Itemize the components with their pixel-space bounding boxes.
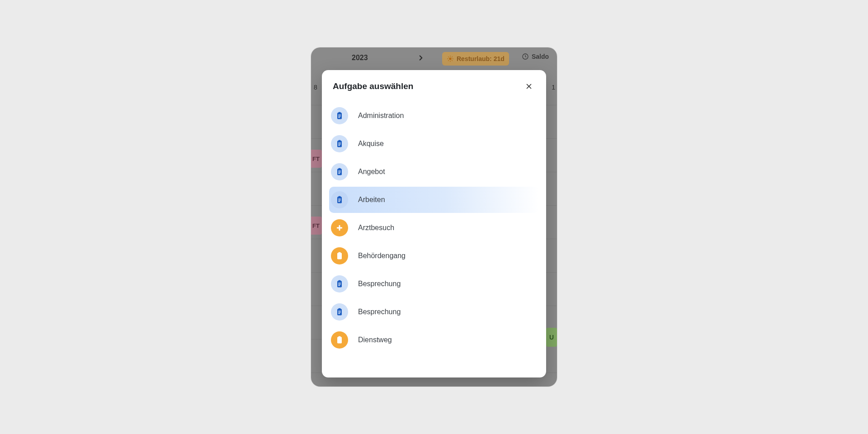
close-button[interactable] xyxy=(523,80,535,93)
task-picker-modal: Aufgabe auswählen AdministrationAkquiseA… xyxy=(322,70,546,377)
task-label: Administration xyxy=(358,112,404,120)
vacation-badge: Resturlaub: 21d xyxy=(442,52,509,66)
clipboard-icon xyxy=(331,163,348,180)
saldo-badge: Saldo xyxy=(522,53,549,60)
holiday-badge: FT xyxy=(311,150,322,168)
list-overflow-filler xyxy=(329,355,539,375)
clipboard-icon xyxy=(331,135,348,152)
year-label: 2023 xyxy=(352,54,368,62)
task-row[interactable]: Arztbesuch xyxy=(329,215,539,241)
modal-title: Aufgabe auswählen xyxy=(333,81,413,91)
day-cell-right: 1 xyxy=(552,84,555,91)
task-label: Angebot xyxy=(358,168,385,176)
task-row[interactable]: Administration xyxy=(329,103,539,129)
saldo-badge-label: Saldo xyxy=(532,53,549,60)
clipboard-icon xyxy=(331,275,348,292)
task-row[interactable]: Besprechung xyxy=(329,271,539,297)
svg-line-6 xyxy=(452,60,452,61)
task-row[interactable]: Angebot xyxy=(329,159,539,185)
task-label: Arztbesuch xyxy=(358,224,394,232)
task-label: Akquise xyxy=(358,140,384,148)
task-label: Besprechung xyxy=(358,280,401,288)
day-cell-left: 8 xyxy=(314,84,317,91)
task-list[interactable]: AdministrationAkquiseAngebotArbeitenArzt… xyxy=(324,99,542,375)
task-row[interactable]: Dienstweg xyxy=(329,327,539,353)
task-label: Besprechung xyxy=(358,308,401,316)
clock-icon xyxy=(522,53,529,60)
task-row[interactable]: Arbeiten xyxy=(329,187,539,213)
task-label: Arbeiten xyxy=(358,196,385,204)
svg-line-8 xyxy=(452,57,452,57)
task-list-container: AdministrationAkquiseAngebotArbeitenArzt… xyxy=(322,96,546,377)
clipboard-icon xyxy=(331,191,348,208)
vacation-badge-label: Resturlaub: 21d xyxy=(457,55,505,62)
chevron-right-icon[interactable] xyxy=(416,53,426,63)
task-label: Dienstweg xyxy=(358,336,392,344)
svg-point-0 xyxy=(449,57,451,60)
calendar-header-bar: 2023 Resturlaub: 21d Saldo xyxy=(311,47,557,71)
app-background: 2023 Resturlaub: 21d Saldo 8 1 FT FT U A… xyxy=(311,47,557,387)
task-label: Behördengang xyxy=(358,252,406,260)
task-row[interactable]: Besprechung xyxy=(329,299,539,325)
sun-icon xyxy=(447,55,454,62)
task-row[interactable]: Akquise xyxy=(329,131,539,157)
clipboard-icon xyxy=(331,303,348,321)
vacation-day-badge: U xyxy=(546,328,557,347)
clipboard-icon xyxy=(331,107,348,124)
svg-line-7 xyxy=(448,60,448,61)
holiday-badge: FT xyxy=(311,217,322,235)
modal-header: Aufgabe auswählen xyxy=(322,70,546,96)
medical-plus-icon xyxy=(331,219,348,236)
svg-line-5 xyxy=(448,57,448,57)
close-icon xyxy=(525,82,533,90)
task-row[interactable]: Behördengang xyxy=(329,243,539,269)
clipboard-icon xyxy=(331,331,348,349)
clipboard-icon xyxy=(331,247,348,264)
